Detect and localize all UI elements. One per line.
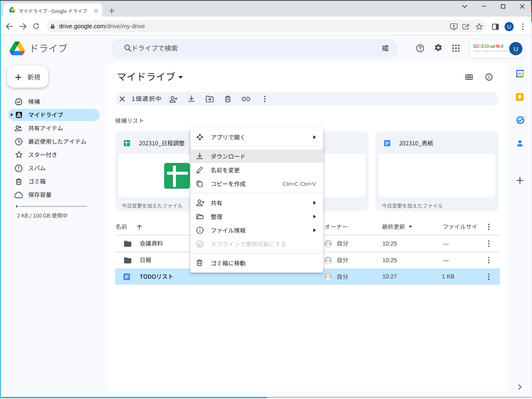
svg-text:31: 31 bbox=[518, 72, 522, 76]
